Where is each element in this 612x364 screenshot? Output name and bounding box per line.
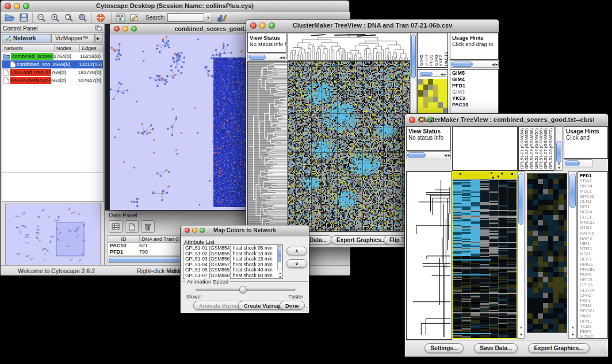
tv1-status-hscrollbar[interactable]: ◀ ▶	[247, 53, 286, 61]
scrollbar-arrows[interactable]: ◀ ▶	[444, 154, 450, 157]
scrollbar-arrows[interactable]: ◀ ▶	[492, 63, 498, 66]
list-item[interactable]: YKE2	[452, 95, 498, 102]
close-button[interactable]	[114, 26, 120, 32]
list-item[interactable]: VIP1	[580, 241, 607, 246]
attribute-list-vscrollbar[interactable]	[277, 245, 282, 270]
list-item[interactable]: BUD4	[580, 209, 607, 214]
dialog-titlebar[interactable]: Map Colors to Network	[181, 225, 309, 236]
tab-vizmapper[interactable]: VizMapper™	[51, 34, 95, 43]
list-item[interactable]: SEC1	[580, 256, 607, 262]
tv2-heatmap-canvas[interactable]	[452, 171, 517, 339]
save-data-button[interactable]: Save Data...	[474, 343, 518, 353]
close-button[interactable]	[409, 117, 415, 123]
list-item[interactable]: PUF3	[580, 272, 607, 277]
close-button[interactable]	[250, 22, 257, 29]
attribute-list[interactable]: GPL51-01 (GSM854) heat shock 05 minGPL51…	[183, 244, 283, 279]
list-item[interactable]: ELG1	[580, 214, 607, 220]
annotation-button[interactable]	[127, 12, 141, 24]
tv1-column-dendrogram[interactable]	[288, 33, 411, 61]
list-item[interactable]: YSH1	[580, 303, 607, 308]
list-item[interactable]: GPL51-08 (GSM872)	[549, 128, 553, 169]
list-item[interactable]: HRD3	[580, 277, 607, 282]
close-button[interactable]	[5, 3, 11, 9]
tv1-heatmap-canvas[interactable]	[288, 61, 411, 232]
done-button[interactable]: Done	[280, 301, 305, 310]
delete-attribute-button[interactable]	[141, 220, 155, 233]
scrollbar-down-arrow[interactable]: ▼	[557, 166, 561, 170]
list-down-arrow[interactable]: ▼	[278, 275, 282, 279]
column-header-edges[interactable]: Edges	[80, 44, 104, 52]
tv2-labels-vscrollbar[interactable]: ▲ ▼	[555, 127, 563, 171]
export-graphics-button[interactable]: Export Graphics...	[528, 343, 589, 353]
list-item[interactable]: NIS1	[580, 204, 607, 209]
zoom-selected-button[interactable]	[76, 12, 90, 24]
save-session-button[interactable]	[17, 12, 30, 24]
list-item[interactable]: PAN1	[580, 313, 607, 319]
move-up-button[interactable]: ∧	[286, 247, 307, 255]
list-item[interactable]: GIM4	[452, 76, 498, 83]
list-item[interactable]: SPC98	[580, 194, 607, 199]
tv1-correlation-matrix[interactable]	[418, 79, 447, 114]
tv1-matrix-hscrollbar[interactable]: ◀ ▶	[419, 71, 446, 77]
vizmapper-button[interactable]	[113, 12, 127, 24]
list-item[interactable]: FIG4	[580, 298, 607, 303]
network-row[interactable]: DNA and Tran 07 769(0) 183728(0)	[2, 68, 103, 76]
scrollbar-down-arrow[interactable]: ▼	[571, 333, 575, 336]
list-item[interactable]: YRA1	[580, 178, 607, 183]
scrollbar-arrows[interactable]: ◀ ▶	[441, 72, 446, 76]
animation-speed-slider-thumb[interactable]	[239, 286, 247, 293]
help-button[interactable]	[94, 12, 108, 24]
treeview1-titlebar[interactable]: ClusterMaker TreeView : DNA and Tran 07-…	[246, 20, 499, 33]
move-down-button[interactable]: ∨	[286, 259, 307, 268]
scrollbar-up-arrow[interactable]: ▲	[519, 325, 523, 329]
list-up-arrow[interactable]: ▲	[278, 271, 282, 275]
select-attributes-button[interactable]	[109, 220, 123, 233]
list-item[interactable]: RPO21	[580, 308, 607, 313]
resize-grip[interactable]	[302, 306, 308, 312]
scrollbar-thumb[interactable]	[278, 246, 281, 262]
float-panel-icon[interactable]	[95, 25, 102, 31]
list-item[interactable]: PEP5	[580, 329, 607, 334]
list-item[interactable]: PFD1	[452, 83, 498, 89]
list-item[interactable]: PFD1	[580, 173, 607, 178]
list-item[interactable]: CPA2	[580, 293, 607, 298]
scrollbar-up-arrow[interactable]: ▲	[571, 325, 575, 329]
tv1-hints-hscrollbar[interactable]: ◀ ▶	[450, 60, 499, 68]
network-overview-canvas[interactable]	[5, 204, 101, 266]
list-item[interactable]: GIM3	[452, 89, 498, 95]
column-header-network[interactable]: Network	[2, 44, 55, 52]
export-graphics-button[interactable]: Export Graphics...	[331, 235, 392, 244]
list-item[interactable]: SEC24	[580, 288, 607, 293]
tab-overflow-button[interactable]: ▶	[95, 34, 102, 43]
new-attribute-button[interactable]	[125, 220, 139, 233]
tv2-heatmap-vscrollbar[interactable]: ▲ ▼	[517, 171, 525, 339]
tv2-status-hscrollbar[interactable]: ◀ ▶	[406, 151, 451, 159]
search-dropdown-button[interactable]: ▼	[204, 13, 212, 22]
list-item[interactable]: MSI1	[580, 251, 607, 256]
list-item[interactable]: KAP95	[580, 231, 607, 236]
tab-network[interactable]: Network	[2, 34, 51, 43]
list-item[interactable]: CLN1	[580, 199, 607, 204]
list-item[interactable]: GIM5	[452, 70, 498, 76]
tv2-hints-hscrollbar[interactable]	[564, 159, 592, 167]
scrollbar-thumb[interactable]	[248, 55, 266, 60]
cytoscape-titlebar[interactable]: Cytoscape Desktop (Session Name: collins…	[1, 1, 349, 13]
list-item[interactable]: PAC10	[444, 52, 448, 66]
zoom-fit-button[interactable]	[62, 12, 76, 24]
scrollbar-thumb[interactable]	[420, 72, 433, 76]
open-session-button[interactable]	[3, 12, 17, 24]
scrollbar-thumb[interactable]	[569, 174, 576, 208]
scrollbar-arrows[interactable]: ◀ ▶	[280, 56, 286, 59]
tv1-row-dendrogram[interactable]	[247, 61, 288, 232]
search-input[interactable]	[167, 13, 204, 22]
zoom-out-button[interactable]	[35, 12, 48, 24]
list-item[interactable]: GPI16	[580, 282, 607, 288]
settings-button[interactable]: Settings...	[424, 343, 464, 353]
list-item[interactable]: PHO81	[580, 267, 607, 272]
network-row[interactable]: RNAPuberNov2+ 563(0) 107847(0)	[2, 76, 103, 85]
treeview2-titlebar[interactable]: ClusterMaker TreeView : combined_scores_…	[405, 114, 608, 127]
column-header-id[interactable]: ID	[108, 235, 140, 243]
close-button[interactable]	[185, 228, 190, 233]
tv2-column-dendrogram-area[interactable]	[452, 127, 518, 171]
scrollbar-thumb[interactable]	[565, 160, 580, 166]
